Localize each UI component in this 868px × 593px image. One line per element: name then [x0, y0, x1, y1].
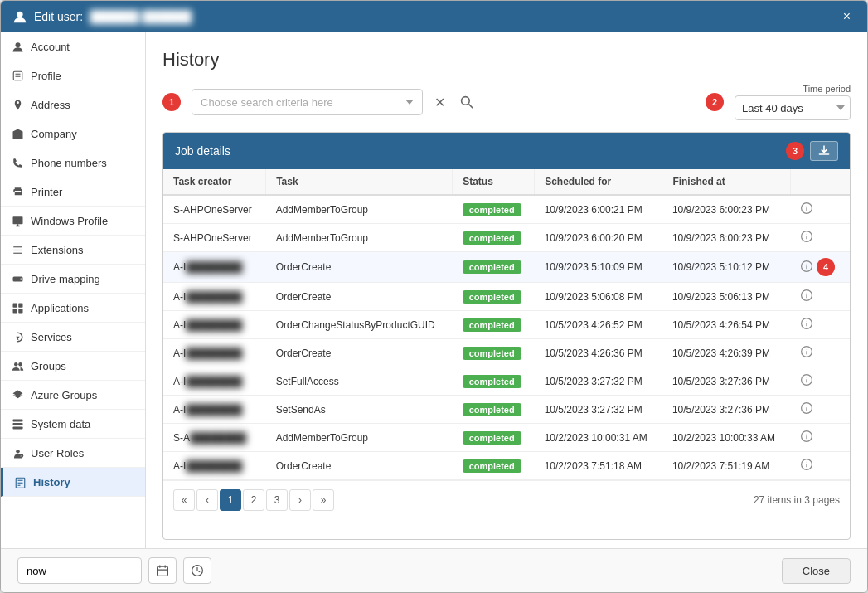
status-badge: completed [463, 403, 521, 416]
info-button[interactable] [800, 289, 813, 304]
info-button[interactable] [800, 401, 813, 417]
svg-point-12 [20, 278, 22, 279]
sidebar-label-address: Address [31, 99, 70, 111]
sidebar-item-history[interactable]: History [1, 468, 145, 497]
page-title: History [162, 49, 851, 70]
cell-action [790, 424, 850, 451]
cell-scheduled: 10/9/2023 5:10:09 PM [535, 252, 662, 283]
sidebar-item-applications[interactable]: Applications [1, 294, 145, 323]
sidebar-item-printer[interactable]: Printer [1, 177, 145, 207]
sidebar-item-drive-mapping[interactable]: Drive mapping [1, 265, 145, 294]
cell-status: completed [453, 339, 535, 367]
page-prev-button[interactable]: ‹ [196, 489, 218, 511]
sidebar-label-profile: Profile [31, 70, 61, 82]
export-badge: 3 [786, 142, 804, 160]
drive-mapping-icon [11, 272, 24, 285]
info-button[interactable] [800, 317, 813, 333]
sidebar-item-profile[interactable]: Profile [1, 61, 145, 90]
page-2-button[interactable]: 2 [243, 489, 264, 511]
sidebar-item-system-data[interactable]: System data [1, 410, 145, 439]
cell-status: completed [453, 195, 535, 224]
cell-action [790, 452, 850, 479]
svg-rect-21 [12, 426, 22, 429]
page-next-button[interactable]: › [289, 489, 311, 511]
cell-action [790, 339, 850, 367]
sidebar-label-account: Account [31, 41, 70, 53]
datetime-input[interactable] [17, 557, 142, 584]
info-button[interactable] [800, 458, 813, 474]
calendar-button[interactable] [148, 557, 177, 584]
sidebar-item-user-roles[interactable]: ✓User Roles [1, 439, 145, 468]
export-button[interactable] [810, 141, 838, 161]
time-period-select[interactable]: Last 7 daysLast 14 daysLast 30 daysLast … [735, 95, 851, 120]
sidebar-item-services[interactable]: Services [1, 323, 145, 352]
cell-scheduled: 10/2/2023 7:51:18 AM [535, 452, 662, 480]
modal-close-button[interactable]: × [838, 7, 856, 26]
cell-action [790, 283, 850, 310]
time-button[interactable] [183, 557, 211, 584]
cell-finished: 10/9/2023 5:06:13 PM [662, 283, 790, 311]
time-period-badge: 2 [706, 93, 724, 111]
table-row: S-AHPOneServerAddMemberToGroupcompleted1… [163, 195, 850, 224]
sidebar-item-account[interactable]: Account [1, 32, 145, 61]
cell-creator: A-I████████ [163, 252, 266, 283]
cell-finished: 10/9/2023 6:00:23 PM [662, 224, 790, 252]
svg-point-29 [461, 97, 469, 105]
clear-search-button[interactable]: ✕ [431, 91, 449, 114]
sidebar-item-company[interactable]: Company [1, 119, 145, 148]
extensions-icon [11, 243, 24, 256]
page-last-button[interactable]: » [313, 489, 334, 511]
col-task-creator: Task creator [163, 169, 266, 195]
table-row: A-I████████SetFullAccesscompleted10/5/20… [163, 367, 850, 396]
cell-creator: A-I████████ [163, 339, 266, 367]
info-button[interactable] [800, 373, 813, 389]
calendar-icon [156, 564, 169, 577]
sidebar-item-extensions[interactable]: Extensions [1, 236, 145, 265]
cell-task: OrderCreate [266, 252, 453, 283]
sidebar-item-windows-profile[interactable]: Windows Profile [1, 207, 145, 236]
cell-finished: 10/5/2023 3:27:36 PM [662, 367, 790, 396]
info-button[interactable] [800, 430, 813, 445]
cell-creator: A-I████████ [163, 452, 266, 480]
applications-icon [11, 301, 24, 314]
info-button[interactable] [800, 230, 813, 245]
svg-point-58 [807, 434, 807, 435]
page-first-button[interactable]: « [173, 489, 195, 511]
cell-finished: 10/2/2023 7:51:19 AM [662, 452, 790, 480]
company-icon [11, 127, 24, 140]
close-button[interactable]: Close [782, 558, 851, 584]
cell-status: completed [453, 311, 535, 339]
status-badge: completed [463, 347, 521, 360]
page-1-button[interactable]: 1 [220, 489, 241, 511]
svg-rect-13 [12, 303, 17, 307]
info-button[interactable] [800, 260, 813, 275]
col-scheduled: Scheduled for [535, 169, 662, 195]
info-icon [800, 345, 813, 358]
page-3-button[interactable]: 3 [266, 489, 288, 511]
svg-rect-31 [819, 153, 830, 155]
sidebar-item-groups[interactable]: Groups [1, 352, 145, 381]
azure-groups-icon [11, 388, 24, 401]
sidebar-item-address[interactable]: Address [1, 90, 145, 119]
cell-creator: A-I████████ [163, 283, 266, 311]
search-dropdown[interactable]: Choose search criteria here [192, 89, 423, 115]
info-button[interactable] [800, 202, 813, 217]
cell-task: AddMemberToGroup [266, 424, 453, 452]
svg-point-17 [14, 362, 18, 367]
table-row: S-A████████AddMemberToGroupcompleted10/2… [163, 424, 850, 452]
svg-point-1 [15, 42, 20, 47]
cell-status: completed [453, 252, 535, 283]
cell-status: completed [453, 396, 535, 424]
status-badge: completed [463, 203, 521, 216]
svg-rect-16 [18, 309, 22, 313]
svg-point-18 [18, 362, 22, 367]
cell-scheduled: 10/9/2023 6:00:20 PM [535, 224, 662, 252]
cell-finished: 10/5/2023 4:26:54 PM [662, 311, 790, 339]
search-button[interactable] [457, 92, 477, 112]
sidebar-item-azure-groups[interactable]: Azure Groups [1, 381, 145, 410]
sidebar-item-phone-numbers[interactable]: Phone numbers [1, 148, 145, 177]
address-icon [11, 98, 24, 111]
info-button[interactable] [800, 345, 813, 361]
cell-status: completed [453, 424, 535, 452]
col-finished: Finished at [662, 169, 790, 195]
